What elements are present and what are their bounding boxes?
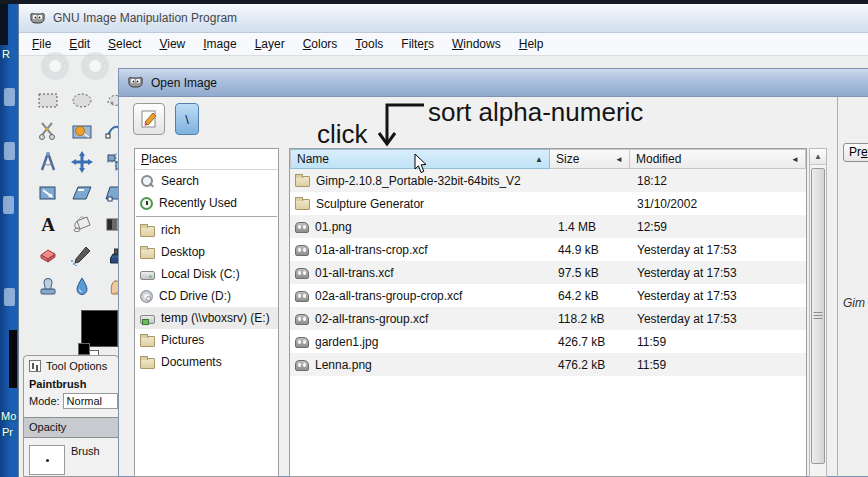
type-filename-button[interactable] xyxy=(133,103,165,135)
brush-label: Brush xyxy=(71,445,100,475)
menu-item[interactable]: Image xyxy=(194,34,245,54)
gimp-file-icon xyxy=(295,291,309,302)
unified-transform-icon[interactable] xyxy=(31,177,65,208)
file-row[interactable]: 01-all-trans.xcf 97.5 kB Yesterday at 17… xyxy=(290,261,806,284)
gimp-wilber-icon xyxy=(127,75,144,90)
desktop-icon-fragment xyxy=(4,88,15,106)
network-icon xyxy=(140,315,155,324)
blur-sharpen-icon[interactable] xyxy=(65,270,99,301)
recent-icon xyxy=(140,197,153,210)
menu-item[interactable]: Tools xyxy=(346,34,392,54)
file-modified: 11:59 xyxy=(630,335,806,349)
file-row[interactable]: garden1.jpg 426.7 kB 11:59 xyxy=(290,330,806,353)
file-size: 118.2 kB xyxy=(550,312,630,326)
place-item[interactable]: Pictures xyxy=(135,329,278,351)
text-tool-icon[interactable]: A xyxy=(31,208,65,239)
menu-item[interactable]: Windows xyxy=(443,34,510,54)
gimp-wilber-icon xyxy=(29,11,46,26)
file-modified: Yesterday at 17:53 xyxy=(630,266,806,280)
window-title: GNU Image Manipulation Program xyxy=(53,11,237,25)
move-icon[interactable] xyxy=(65,146,99,177)
scrollbar-grip xyxy=(814,312,823,320)
file-name: 02a-all-trans-group-crop.xcf xyxy=(315,289,462,303)
opacity-slider[interactable]: Opacity xyxy=(24,417,118,438)
gimp-file-icon xyxy=(295,268,309,279)
menu-item[interactable]: Edit xyxy=(60,34,99,54)
column-header-size[interactable]: Size ◄ xyxy=(550,149,630,169)
file-modified: Yesterday at 17:53 xyxy=(630,289,806,303)
place-item[interactable]: rich xyxy=(135,219,278,241)
tool-options-icon xyxy=(29,360,41,372)
file-modified: Yesterday at 17:53 xyxy=(630,243,806,257)
file-name: Lenna.png xyxy=(315,358,372,372)
file-name: Sculpture Generator xyxy=(316,197,424,211)
brush-preview[interactable] xyxy=(29,445,65,475)
dialog-titlebar[interactable]: Open Image xyxy=(119,69,868,97)
scissors-select-icon[interactable] xyxy=(31,115,65,146)
menu-item[interactable]: View xyxy=(150,34,194,54)
menu-item[interactable]: Colors xyxy=(294,34,347,54)
eraser-icon[interactable] xyxy=(31,239,65,270)
file-row[interactable]: 01a-all-trans-crop.xcf 44.9 kB Yesterday… xyxy=(290,238,806,261)
shear-icon[interactable] xyxy=(65,177,99,208)
active-tool-name: Paintbrush xyxy=(24,375,118,391)
file-row[interactable]: Gimp-2.10.8_Portable-32bit-64bits_V2 18:… xyxy=(290,169,806,192)
file-row[interactable]: Sculpture Generator 31/10/2002 xyxy=(290,192,806,215)
place-item[interactable]: Local Disk (C:) xyxy=(135,263,278,285)
file-row[interactable]: 02-all-trans-group.xcf 118.2 kB Yesterda… xyxy=(290,307,806,330)
menu-item[interactable]: Select xyxy=(99,34,150,54)
file-size: 476.2 kB xyxy=(550,358,630,372)
foreground-color-mini-swatch[interactable] xyxy=(78,343,90,355)
menu-item[interactable]: File xyxy=(23,34,60,54)
tool-options-panel: Tool Options Paintbrush Mode: Normal Opa… xyxy=(23,355,119,477)
rectangle-select-icon[interactable] xyxy=(31,84,65,115)
file-row[interactable]: Lenna.png 476.2 kB 11:59 xyxy=(290,353,806,376)
desktop-icon-label: Pr xyxy=(2,426,13,438)
measure-icon[interactable] xyxy=(31,146,65,177)
path-root-button[interactable]: \ xyxy=(175,103,199,135)
menu-item[interactable]: Filters xyxy=(392,34,443,54)
vertical-scrollbar[interactable]: ▲ xyxy=(809,148,827,477)
ellipse-select-icon[interactable] xyxy=(65,84,99,115)
tool-options-title: Tool Options xyxy=(46,360,107,372)
places-separator xyxy=(136,216,277,217)
file-row[interactable]: 02a-all-trans-group-crop.xcf 64.2 kB Yes… xyxy=(290,284,806,307)
clone-icon[interactable] xyxy=(31,270,65,301)
file-list-header: Name ▲ Size ◄ Modified ◄ xyxy=(290,149,806,169)
column-marker-icon: ◄ xyxy=(615,155,623,164)
file-row[interactable]: 01.png 1.4 MB 12:59 xyxy=(290,215,806,238)
file-modified: 18:12 xyxy=(630,174,806,188)
mode-dropdown[interactable]: Normal xyxy=(63,393,118,409)
main-titlebar[interactable]: GNU Image Manipulation Program xyxy=(19,4,868,33)
desktop-icon-fragment xyxy=(3,196,14,214)
folder-icon xyxy=(140,336,155,347)
foreground-select-icon[interactable] xyxy=(65,115,99,146)
bucket-fill-icon[interactable] xyxy=(65,208,99,239)
place-item[interactable]: CD Drive (D:) xyxy=(135,285,278,307)
gimp-file-icon xyxy=(295,337,309,348)
place-item[interactable]: Documents xyxy=(135,351,278,373)
scroll-up-arrow-icon[interactable]: ▲ xyxy=(810,149,826,165)
place-item[interactable]: temp (\\vboxsrv) (E:) xyxy=(135,307,278,329)
annotation-arrow-icon xyxy=(376,100,428,154)
wilber-watermark xyxy=(41,52,121,88)
menu-item[interactable]: Help xyxy=(510,34,553,54)
preview-toggle-button[interactable]: Preview xyxy=(843,143,868,162)
folder-icon xyxy=(140,248,155,259)
place-item[interactable]: Search xyxy=(135,170,278,192)
dialog-title: Open Image xyxy=(151,76,217,90)
column-header-modified[interactable]: Modified ◄ xyxy=(630,149,806,169)
foreground-color-swatch[interactable] xyxy=(81,310,118,347)
annotation-click-label: click xyxy=(317,119,368,150)
file-size: 97.5 kB xyxy=(550,266,630,280)
menu-bar: File Edit Select View Image Layer Colors… xyxy=(19,33,868,56)
open-image-dialog: Open Image \ click sort alpha-numeric Pl… xyxy=(118,68,868,477)
airbrush-icon[interactable] xyxy=(65,239,99,270)
place-item[interactable]: Desktop xyxy=(135,241,278,263)
file-name: Gimp-2.10.8_Portable-32bit-64bits_V2 xyxy=(316,174,521,188)
folder-icon xyxy=(140,226,155,237)
menu-item[interactable]: Layer xyxy=(246,34,294,54)
scrollbar-thumb[interactable] xyxy=(811,168,825,464)
preview-pane-divider[interactable] xyxy=(837,97,838,477)
place-item[interactable]: Recently Used xyxy=(135,192,278,214)
